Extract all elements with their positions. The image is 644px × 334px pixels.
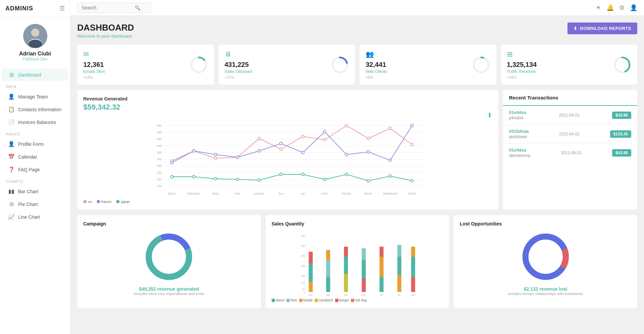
svg-rect-101 [344,247,348,257]
transaction-item: 0315dsaa jackdower 2022-04-01 $133.45 [503,125,637,143]
legend-us: us [83,200,92,204]
bell-icon[interactable]: 🔔 [606,4,614,11]
svg-rect-117 [411,247,415,257]
svg-text:helicopter: helicopter [187,192,200,195]
svg-point-41 [345,124,348,127]
stat-label: Traffic Received [507,69,537,74]
svg-point-9 [474,57,489,72]
sales-legend: donut fries kebab sandwich burger hot do… [272,298,443,302]
sidebar-item-invoices[interactable]: 📄 Invoices Balances [2,116,68,128]
campaign-sub: Includes extra misc expenditures and cos… [134,292,204,296]
dashboard-title-group: DASHBOARD Welcome to your dashboard [77,23,134,39]
svg-point-45 [171,161,173,164]
stat-card-info: 👥 32,441 New Clients +5% [366,50,387,79]
transaction-item: 01e4dsa aberdohnny 2021-09-01 $43.95 [503,143,637,162]
svg-text:500: 500 [157,131,162,134]
sidebar-item-dashboard[interactable]: ⊞ Dashboard [2,69,68,81]
section-label-charts: Charts [0,176,70,185]
svg-text:50: 50 [302,288,305,291]
legend-japan-dot [116,200,120,203]
svg-point-64 [323,178,326,181]
svg-text:550: 550 [157,124,162,127]
svg-text:350: 350 [301,244,306,247]
svg-text:bus: bus [279,192,284,195]
svg-point-58 [192,175,195,178]
tx-amount: $43.95 [612,112,631,119]
sales-title: Sales Quantity [272,221,304,226]
stat-card: ✉ 12,361 Emails Sent +14% [77,45,214,85]
svg-rect-99 [344,274,348,292]
topbar: 🔍 ☀ 🔔 ⚙ 👤 [71,0,644,16]
sidebar-item-line-chart[interactable]: 📈 Line Chart [2,211,68,223]
svg-text:400: 400 [301,234,306,237]
svg-point-50 [280,142,282,145]
settings-icon[interactable]: ⚙ [619,4,625,11]
search-box[interactable]: 🔍 [77,3,151,13]
stat-change: +21% [225,75,252,79]
sidebar-item-profile-form[interactable]: 👤 Profile Form [2,138,68,150]
svg-text:0: 0 [304,291,306,294]
legend-france: france [97,200,112,204]
download-icon: ⬇ [573,26,578,31]
search-input[interactable] [82,5,132,10]
svg-point-51 [302,151,304,154]
dashboard-icon: ⊞ [8,72,15,78]
tx-id: 01e4dsa [509,148,530,153]
svg-point-63 [302,173,304,176]
svg-point-55 [389,159,392,162]
stat-icon: ✉ [83,50,105,58]
user-name: Adrian Ciubi [19,51,51,57]
svg-text:AM: AM [411,294,415,297]
svg-point-39 [302,135,304,138]
line-chart-icon: 📈 [8,214,15,220]
svg-point-57 [171,175,173,178]
stat-card-info: 🖥 431,225 Sales Obtained +21% [225,50,252,79]
revenue-value: $59,342.32 [83,103,492,112]
dashboard-header: DASHBOARD Welcome to your dashboard ⬇ DO… [77,23,637,39]
user-icon[interactable]: 👤 [630,4,637,11]
svg-point-37 [258,137,261,140]
stat-card: 👥 32,441 New Clients +5% [360,45,496,85]
middle-row: Revenue Generated $59,342.32 ⬇ [77,90,637,210]
sidebar-item-label: Invoices Balances [18,120,56,125]
sidebar-item-label: Calendar [18,154,37,160]
download-reports-button[interactable]: ⬇ DOWNLOAD REPORTS [567,23,637,34]
lost-sub: Includes ternary relationships with busi… [508,292,583,296]
lost-title: Lost Opportunities [460,221,502,226]
sidebar-item-manage-team[interactable]: 👤 Manage Team [2,90,68,103]
svg-point-4 [32,29,39,36]
svg-text:boat: boat [213,192,219,195]
sidebar-item-faq[interactable]: ❓ FAQ Page [2,163,68,176]
svg-point-48 [236,156,239,159]
bar-chart-icon: ▮▮ [8,188,15,195]
sidebar-item-label: Manage Team [18,94,48,99]
transactions-list: 01e4dsa johndoe 2021-09-01 $43.95 0315ds… [503,106,637,162]
stat-ring [472,56,490,74]
download-chart-icon[interactable]: ⬇ [487,112,492,119]
tx-info: 01e4dsa johndoe [509,110,526,120]
sidebar-item-contacts-information[interactable]: 📋 Contacts Information [2,103,68,116]
sidebar-item-pie-chart[interactable]: ⊙ Pie Chart [2,198,68,210]
dashboard-subtitle: Welcome to your dashboard [77,34,134,39]
svg-point-56 [411,124,413,127]
sidebar-header: ADMINIS ☰ [0,0,70,17]
hamburger-icon[interactable]: ☰ [59,5,65,12]
tx-date: 2021-09-01 [559,113,580,118]
tx-id: 0315dsaa [509,129,529,134]
sidebar-item-label: Bar Chart [18,189,38,194]
svg-text:AG: AG [362,294,366,297]
svg-rect-115 [411,277,415,292]
brightness-icon[interactable]: ☀ [596,4,601,11]
svg-rect-113 [397,245,401,257]
avatar [23,24,47,48]
svg-text:250: 250 [157,164,162,168]
svg-point-40 [323,138,326,141]
svg-rect-92 [309,263,313,282]
sidebar-item-bar-chart[interactable]: ▮▮ Bar Chart [2,185,68,198]
third-row: Campaign $48,352 revenue generated Inclu… [77,215,637,308]
svg-point-52 [323,130,326,133]
svg-text:horse: horse [365,192,372,195]
svg-text:100: 100 [157,184,162,188]
sidebar-item-calendar[interactable]: 📅 Calendar [2,151,68,163]
svg-text:150: 150 [157,178,162,181]
